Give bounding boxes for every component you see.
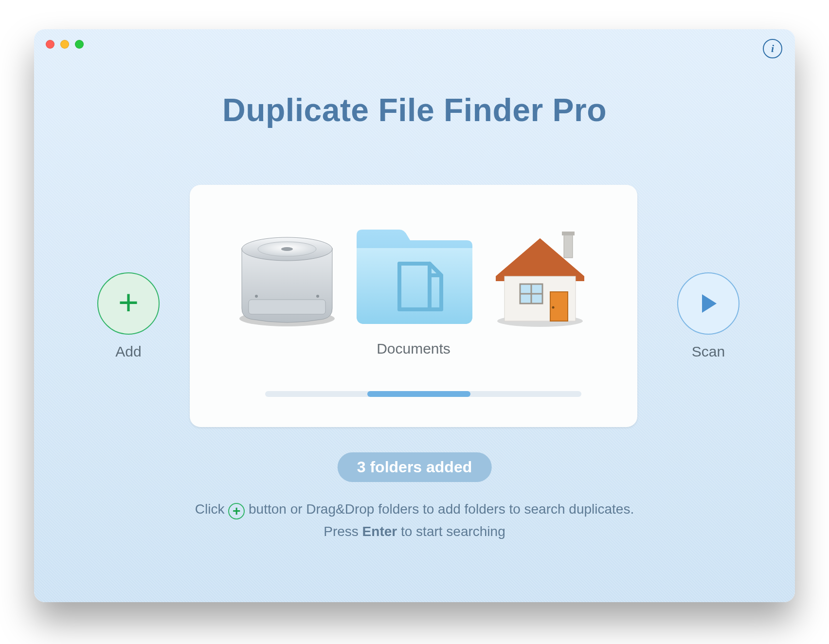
scan-button[interactable] — [677, 272, 739, 335]
close-window-button[interactable] — [46, 40, 54, 49]
svg-point-5 — [255, 295, 258, 298]
add-button[interactable]: + — [97, 272, 160, 335]
minimize-window-button[interactable] — [60, 40, 69, 49]
hints: Click + button or Drag&Drop folders to a… — [34, 498, 795, 543]
zoom-window-button[interactable] — [75, 40, 84, 49]
svg-point-15 — [552, 306, 555, 309]
folders-panel[interactable]: Documents — [190, 185, 637, 427]
selected-item-label: Documents — [190, 340, 637, 357]
hint-line-2: Press Enter to start searching — [34, 520, 795, 543]
folder-items — [190, 219, 637, 336]
status-pill: 3 folders added — [338, 452, 492, 482]
svg-point-6 — [316, 295, 319, 298]
hint-line-1: Click + button or Drag&Drop folders to a… — [34, 498, 795, 520]
window-controls — [46, 40, 84, 49]
svg-point-3 — [281, 247, 293, 251]
svg-rect-4 — [249, 300, 325, 314]
add-section: + Add — [97, 272, 160, 360]
svg-rect-9 — [562, 232, 575, 235]
harddrive-icon — [231, 224, 343, 331]
documents-folder-icon — [348, 219, 479, 336]
items-scrollbar-track[interactable] — [265, 391, 581, 397]
play-icon — [697, 292, 720, 315]
app-title: Duplicate File Finder Pro — [34, 91, 795, 128]
scan-section: Scan — [677, 272, 739, 360]
home-folder-icon — [484, 224, 596, 331]
info-button[interactable]: i — [763, 39, 782, 58]
plus-icon: + — [228, 503, 245, 519]
app-window: i Duplicate File Finder Pro + Add Scan — [34, 29, 795, 602]
info-icon: i — [771, 42, 774, 55]
add-label: Add — [97, 343, 160, 360]
scan-label: Scan — [677, 343, 739, 360]
svg-rect-8 — [564, 234, 573, 258]
items-scrollbar-thumb[interactable] — [367, 391, 470, 397]
